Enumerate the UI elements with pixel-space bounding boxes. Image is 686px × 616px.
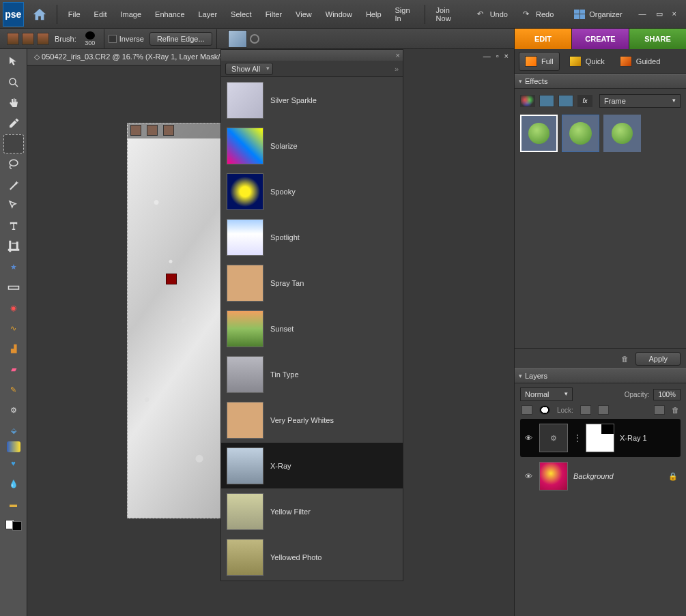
- effect-item[interactable]: Spray Tan: [221, 260, 403, 306]
- brush-tool[interactable]: ✎: [3, 380, 24, 399]
- layer-name[interactable]: X-Ray 1: [620, 434, 647, 442]
- filters-icon[interactable]: [520, 95, 535, 107]
- zoom-tool[interactable]: [3, 73, 24, 92]
- lasso-tool[interactable]: [3, 155, 24, 174]
- brush-c-icon[interactable]: [37, 33, 49, 45]
- color-swatch[interactable]: [3, 515, 24, 534]
- link-icon[interactable]: ⋮: [573, 433, 580, 443]
- opacity-value[interactable]: 100%: [653, 389, 681, 400]
- mode-share[interactable]: SHARE: [629, 29, 686, 49]
- gradient-tool[interactable]: [7, 441, 20, 452]
- blur-tool[interactable]: 💧: [3, 474, 24, 493]
- layer-thumb-background[interactable]: [539, 462, 568, 490]
- organizer-button[interactable]: Organizer: [567, 10, 629, 19]
- brush-preview[interactable]: 300: [81, 31, 100, 46]
- layer-name[interactable]: Background: [573, 472, 614, 480]
- layer-mask-thumb[interactable]: [586, 424, 614, 452]
- brush-a-icon[interactable]: [7, 33, 19, 45]
- layer-styles-icon[interactable]: [539, 95, 554, 107]
- mode-edit[interactable]: EDIT: [514, 29, 571, 49]
- effect-item[interactable]: Solarize: [221, 123, 403, 168]
- smart-brush-tool[interactable]: ⚙: [3, 400, 24, 420]
- frame-dropdown[interactable]: Frame: [599, 94, 681, 108]
- optionsbar-thumb[interactable]: [228, 30, 247, 48]
- layers-section-header[interactable]: Layers: [515, 368, 686, 383]
- overlay-brush-b-icon[interactable]: [147, 125, 158, 136]
- home-icon[interactable]: [32, 5, 47, 24]
- menu-view[interactable]: View: [289, 6, 319, 23]
- blend-mode-dropdown[interactable]: Normal: [520, 387, 573, 401]
- visibility-icon[interactable]: 👁: [523, 434, 534, 442]
- frame-thumb-3[interactable]: [603, 115, 641, 152]
- effect-item[interactable]: Yellowed Photo: [221, 534, 403, 580]
- menu-enhance[interactable]: Enhance: [148, 6, 191, 23]
- layer-thumb-effect[interactable]: ⚙: [539, 424, 568, 452]
- minimize-icon[interactable]: —: [636, 10, 649, 18]
- effect-item[interactable]: Yellow Filter: [221, 488, 403, 534]
- refine-edge-button[interactable]: Refine Edge...: [149, 32, 212, 46]
- visibility-icon[interactable]: 👁: [523, 472, 534, 480]
- paint-bucket-tool[interactable]: ⬙: [3, 421, 24, 440]
- menu-filter[interactable]: Filter: [259, 6, 289, 23]
- shape-tool[interactable]: ♥: [3, 454, 24, 473]
- tab-full[interactable]: Full: [519, 52, 560, 71]
- straighten-tool[interactable]: [3, 278, 24, 297]
- healing-brush-tool[interactable]: ∿: [3, 319, 24, 338]
- clone-stamp-tool[interactable]: ▟: [3, 339, 24, 358]
- adjustment-layer-icon[interactable]: [539, 405, 550, 415]
- frame-thumb-2[interactable]: [562, 115, 599, 152]
- menu-window[interactable]: Window: [319, 6, 359, 23]
- layer-row-background[interactable]: 👁 Background 🔒: [520, 457, 681, 495]
- tab-quick[interactable]: Quick: [564, 53, 610, 70]
- magic-wand-tool[interactable]: [3, 175, 24, 194]
- effects-trash-icon[interactable]: 🗑: [621, 355, 629, 363]
- overlay-brush-c-icon[interactable]: [163, 125, 174, 136]
- all-effects-icon[interactable]: fx: [577, 95, 592, 107]
- effect-item[interactable]: Very Pearly Whites: [221, 397, 403, 443]
- undo-button[interactable]: ↶ Undo: [473, 5, 516, 24]
- quick-selection-tool[interactable]: [3, 196, 24, 215]
- tab-guided[interactable]: Guided: [614, 53, 666, 70]
- doc-minimize-icon[interactable]: —: [483, 52, 491, 60]
- menu-image[interactable]: Image: [114, 6, 149, 23]
- chevron-down-icon[interactable]: [250, 34, 259, 44]
- link-layers-icon[interactable]: [654, 405, 665, 415]
- restore-icon[interactable]: ▭: [653, 10, 666, 18]
- effects-filter-dropdown[interactable]: Show All: [225, 63, 273, 75]
- eraser-tool[interactable]: ▰: [3, 360, 24, 379]
- layer-row-xray[interactable]: 👁 ⚙ ⋮ X-Ray 1: [520, 419, 681, 457]
- effects-popup-close-icon[interactable]: ×: [396, 51, 400, 59]
- lock-transparent-icon[interactable]: [580, 405, 591, 415]
- effect-item[interactable]: Spooky: [221, 168, 403, 214]
- menu-file[interactable]: File: [61, 6, 87, 23]
- effect-item[interactable]: Spotlight: [221, 214, 403, 260]
- menu-help[interactable]: Help: [359, 6, 388, 23]
- effect-item[interactable]: X-Ray: [221, 443, 403, 488]
- marquee-tool[interactable]: [3, 134, 24, 153]
- crop-tool[interactable]: [3, 237, 24, 256]
- sponge-tool[interactable]: ▬: [3, 495, 24, 514]
- effect-item[interactable]: Tin Type: [221, 351, 403, 397]
- photo-effects-icon[interactable]: [558, 95, 573, 107]
- new-layer-icon[interactable]: [521, 405, 532, 415]
- effect-item[interactable]: Silver Sparkle: [221, 77, 403, 123]
- inverse-checkbox[interactable]: [109, 35, 117, 43]
- close-icon[interactable]: ×: [670, 10, 679, 18]
- move-tool[interactable]: [3, 53, 24, 72]
- menu-layer[interactable]: Layer: [192, 6, 225, 23]
- effect-item[interactable]: Sunset: [221, 306, 403, 351]
- redeye-tool[interactable]: ◉: [3, 298, 24, 317]
- type-tool[interactable]: [3, 216, 24, 235]
- cookie-cutter-tool[interactable]: ★: [3, 257, 24, 276]
- document-tab[interactable]: ◇ 050422_iris_03.CR2 @ 16.7% (X-Ray 1, L…: [27, 49, 231, 65]
- mode-create[interactable]: CREATE: [571, 29, 629, 49]
- brush-b-icon[interactable]: [22, 33, 34, 45]
- menu-edit[interactable]: Edit: [87, 6, 114, 23]
- lock-all-icon[interactable]: [598, 405, 609, 415]
- redo-button[interactable]: ↷ Redo: [519, 5, 562, 24]
- layers-trash-icon[interactable]: 🗑: [672, 406, 679, 414]
- doc-close-icon[interactable]: ×: [504, 52, 509, 60]
- overlay-brush-a-icon[interactable]: [130, 125, 141, 136]
- effects-section-header[interactable]: Effects: [515, 74, 686, 89]
- effects-popup-header[interactable]: ×: [221, 50, 403, 61]
